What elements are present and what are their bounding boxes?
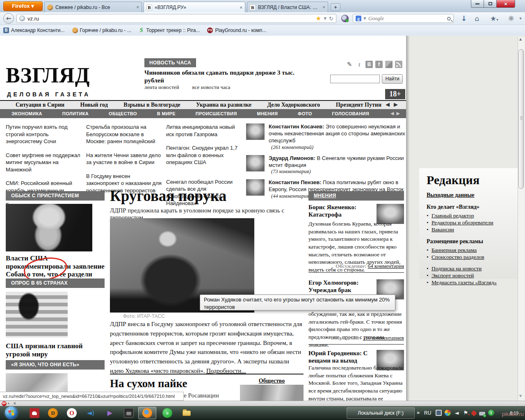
- opinion-title[interactable]: Егор Холмогоров: Учреждая брак: [308, 279, 374, 294]
- search-engine-dropdown-icon[interactable]: ▼: [363, 17, 366, 21]
- rss-icon[interactable]: [395, 61, 402, 68]
- vk-icon[interactable]: B: [365, 61, 373, 68]
- category-link[interactable]: Общество: [240, 378, 304, 384]
- firefox-taskbar-button[interactable]: [138, 407, 156, 419]
- usa-threat-headline[interactable]: США признали главной угрозой миру: [6, 342, 104, 358]
- firefox-menu-button[interactable]: Firefox ▾: [3, 1, 43, 11]
- kmplayer-icon[interactable]: ▶: [105, 408, 115, 418]
- adblock-dropdown-icon[interactable]: ▾: [8, 402, 9, 406]
- antivirus-tray-icon[interactable]: [471, 410, 477, 417]
- details-link[interactable]: Подробности...: [206, 368, 246, 374]
- world-of-tanks-icon[interactable]: [124, 408, 134, 418]
- comments-link[interactable]: 116 комментариев: [363, 335, 404, 341]
- editorial-link[interactable]: Экспорт новостей: [427, 272, 519, 279]
- url-input[interactable]: [27, 16, 313, 22]
- editorial-link[interactable]: Медиасеть газеты «Взгляд»: [427, 279, 519, 286]
- imprint-link[interactable]: Выходные данные: [427, 192, 519, 199]
- maximize-button[interactable]: [484, 0, 496, 8]
- section-link[interactable]: МНЕНИЯ: [257, 111, 278, 116]
- opera-icon[interactable]: O: [67, 408, 77, 418]
- section-link[interactable]: ФОТО: [298, 111, 312, 116]
- section-link[interactable]: ЭКОНОМИКА: [11, 111, 42, 116]
- section-link[interactable]: В МИРЕ: [157, 111, 176, 116]
- search-magnifier-icon[interactable]: [447, 17, 451, 21]
- local-disk-taskbar-button[interactable]: Локальный диск (F:): [347, 407, 415, 419]
- downloads-icon[interactable]: ↓: [459, 14, 469, 23]
- editorial-link[interactable]: Редакторы и обозреватели: [427, 219, 519, 226]
- news-feed-link[interactable]: лента новостей: [144, 84, 179, 91]
- comments-count[interactable]: (73 комментария): [269, 169, 405, 175]
- opinion-title[interactable]: Юрий Городненко: С вещами на выход: [308, 349, 378, 364]
- zynga-icon[interactable]: [30, 408, 39, 418]
- quote-teaser[interactable]: Константин Косачев: Это совершенно неукл…: [246, 123, 405, 151]
- bookmark-item[interactable]: Горячее / pikabu.ru - ...: [72, 27, 131, 33]
- minimize-button[interactable]: [471, 0, 484, 8]
- addon-quick-icon[interactable]: [341, 15, 349, 22]
- sections-next-icon[interactable]: ▶: [396, 110, 399, 117]
- url-dropdown-icon[interactable]: ▼: [324, 17, 326, 21]
- article-title[interactable]: Круговая порука: [110, 188, 226, 203]
- back-button[interactable]: ←: [3, 13, 14, 24]
- web-search-input[interactable]: [368, 15, 445, 22]
- facebook-icon[interactable]: f: [375, 61, 383, 68]
- editorial-link[interactable]: Баннерная реклама: [427, 247, 519, 253]
- explorer-folder-icon[interactable]: [182, 408, 192, 418]
- section-link[interactable]: ПОЛИТИКА: [62, 111, 89, 116]
- editorial-link[interactable]: Вакансии: [427, 226, 519, 233]
- volume-app-icon[interactable]: ◄): [86, 408, 96, 418]
- us-flag-skull-photo[interactable]: [6, 292, 68, 338]
- news-teaser[interactable]: На жителя Чечни завели дело за участие в…: [86, 152, 162, 166]
- taskbar-overflow-chevron[interactable]: »: [417, 407, 420, 418]
- usb-tray-icon[interactable]: ✓: [479, 412, 485, 415]
- tab-pikabu[interactable]: Свежее / pikabu.ru - Все ×: [44, 2, 142, 12]
- tab-close-icon[interactable]: ×: [240, 5, 242, 10]
- cube-icon[interactable]: [385, 61, 393, 68]
- section-link[interactable]: ОБЩЕСТВО: [109, 111, 137, 116]
- comments-link[interactable]: 64 комментария: [368, 263, 404, 269]
- bookmark-item[interactable]: B Александр Константи...: [3, 27, 65, 33]
- updates-tray-icon[interactable]: [445, 410, 451, 416]
- news-teaser[interactable]: Пентагон: Сноуден украл 1,7 млн файлов о…: [166, 144, 242, 166]
- tab-vzglyad-article[interactable]: B ВЗГЛЯД / Власти США: Собчак не р... ×: [247, 2, 328, 12]
- editorial-link[interactable]: Спонсорство разделов: [427, 253, 519, 260]
- reload-icon[interactable]: ↻: [329, 16, 333, 21]
- bookmark-item[interactable]: PG PlayGround.ru - комп...: [207, 27, 266, 33]
- topic-link[interactable]: Президент Путин: [336, 102, 381, 108]
- section-link[interactable]: ПРОИСШЕСТВИЯ: [196, 111, 237, 116]
- editorial-link[interactable]: Подписка на новости: [427, 265, 519, 272]
- sobchak-photo[interactable]: [6, 204, 92, 251]
- opinions-header[interactable]: МНЕНИЯ: [308, 191, 404, 201]
- bookmark-star-icon[interactable]: ★: [316, 16, 321, 22]
- topics-next-icon[interactable]: ▶: [394, 101, 398, 108]
- volume-tray-icon[interactable]: ◄: [454, 410, 460, 416]
- topic-link[interactable]: Взрывы в Волгограде: [123, 102, 180, 108]
- scroll-down-icon[interactable]: ▼: [519, 395, 522, 398]
- action-center-flag-icon[interactable]: ⚑×: [463, 410, 469, 416]
- all-news-link[interactable]: все новости часа: [192, 84, 231, 91]
- tab-vzglyad-active[interactable]: B «ВЗГЛЯД.РУ» ×: [144, 2, 245, 13]
- tab-close-icon[interactable]: ×: [323, 5, 325, 9]
- addon-moth-icon[interactable]: ❋: [506, 14, 516, 23]
- url-bar[interactable]: ★ ▼ ↻: [16, 14, 336, 23]
- site-logo[interactable]: ВЗГЛЯД: [6, 65, 90, 86]
- addon-bar-close-icon[interactable]: ×: [14, 401, 16, 406]
- network-tray-icon[interactable]: [436, 410, 442, 416]
- site-search-button[interactable]: Найти: [382, 74, 403, 84]
- category-photo[interactable]: [240, 385, 304, 401]
- section-link[interactable]: ГОЛОСОВАНИЯ: [332, 111, 369, 116]
- editorial-link[interactable]: Главный редактор: [427, 212, 519, 219]
- start-button[interactable]: [5, 406, 18, 419]
- quote-teaser[interactable]: Эдуард Лимонов: В Сенегале чужими руками…: [246, 155, 405, 175]
- close-button[interactable]: ×: [496, 0, 515, 8]
- news-teaser[interactable]: Стрельба произошла на Белорусском вокзал…: [86, 123, 162, 145]
- language-indicator[interactable]: RU: [424, 407, 431, 419]
- opinion-title[interactable]: Борис Якеменко: Катастрофа: [308, 203, 374, 218]
- adblock-icon[interactable]: ABP: [2, 401, 7, 406]
- sections-prev-icon[interactable]: ◀: [390, 110, 394, 117]
- topic-link[interactable]: Дело Ходорковского: [267, 102, 320, 108]
- topic-link[interactable]: Украина на развилке: [196, 102, 251, 108]
- tab-close-icon[interactable]: ×: [137, 5, 139, 9]
- green-app-icon[interactable]: »: [162, 408, 172, 418]
- twitter-icon[interactable]: t: [356, 61, 363, 68]
- news-hour-headline[interactable]: Чиновников обязали сдавать подарки дорож…: [144, 68, 296, 84]
